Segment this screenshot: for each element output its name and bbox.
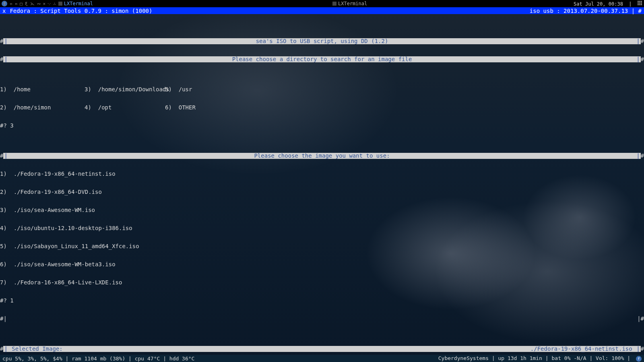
panel-icon[interactable]: ∴ [53, 1, 56, 6]
image-option: 6) ./iso/sea-Awesome-WM-beta3.iso [0, 261, 644, 267]
panel-icon[interactable]: ▫ [10, 1, 12, 6]
status-right: CyberdyneSystems | up 13d 1h 1min | bat … [438, 355, 642, 362]
image-option: 1) ./Fedora-19-x86_64-netinst.iso [0, 171, 644, 177]
banner-choose-dir: # |Please choose a directory to search f… [0, 56, 644, 62]
panel-icon[interactable]: ∾ [37, 1, 41, 6]
banner-script-title: # |sea's ISO to USB script, using DD (1.… [0, 38, 644, 44]
window-titlebar[interactable]: x Fedora : Script Tools 0.7.9 : simon (1… [0, 7, 644, 14]
terminal-icon [332, 2, 336, 6]
window-close-button[interactable]: x [2, 8, 6, 14]
panel-icon[interactable]: ⋋ [30, 1, 35, 6]
window-title-right: iso usb : 2013.07.20-00.37.13 | # [530, 8, 642, 14]
hash-row: # || # [0, 316, 644, 322]
fedora-tray-icon[interactable]: f [636, 356, 642, 362]
wm-top-panel: f ▫ ▫ □ ξ ⋋ ∾ × ⸪ ∴ LXTerminal LXTermina… [0, 0, 644, 7]
status-left: cpu 5%, 3%, 5%, $4% | ram 1104 mb (38%) … [2, 356, 194, 362]
terminal-output[interactable]: # |sea's ISO to USB script, using DD (1.… [0, 14, 644, 355]
taskbar-item-label: LXTerminal [338, 1, 367, 6]
image-option: 4) ./iso/ubuntu-12.10-desktop-i386.iso [0, 225, 644, 231]
image-option: 3) ./iso/sea-Awesome-WM.iso [0, 207, 644, 213]
wm-bottom-panel: cpu 5%, 3%, 5%, $4% | ram 1104 mb (38%) … [0, 355, 644, 362]
panel-icon[interactable]: □ [20, 1, 23, 6]
taskbar-item-label: LXTerminal [64, 1, 93, 6]
prompt-answer: #? 1 [0, 298, 644, 304]
fedora-menu-icon[interactable]: f [2, 1, 7, 6]
workspaces-icon[interactable] [638, 1, 642, 6]
terminal-icon [58, 2, 62, 6]
panel-icon[interactable]: × [43, 1, 46, 6]
taskbar-item[interactable]: LXTerminal [332, 1, 367, 6]
dir-option-row: 2) /home/simon4) /opt6) OTHER [0, 105, 644, 111]
image-option: 5) ./iso/Sabayon_Linux_11_amd64_Xfce.iso [0, 243, 644, 249]
dir-option-row: 1) /home3) /home/simon/Downloads5) /usr [0, 86, 644, 93]
taskbar-item-active[interactable]: LXTerminal [58, 1, 93, 6]
panel-launcher-area: f ▫ ▫ □ ξ ⋋ ∾ × ⸪ ∴ [2, 1, 56, 6]
panel-icon[interactable]: ⸪ [48, 1, 51, 6]
panel-icon[interactable]: ▫ [15, 1, 18, 6]
image-option: 2) ./Fedora-19-x86_64-DVD.iso [0, 189, 644, 195]
banner-choose-image: # |Please choose the image you want to u… [0, 153, 644, 159]
panel-icon[interactable]: ξ [25, 1, 28, 6]
image-option: 7) ./Fedora-16-x86_64-Live-LXDE.iso [0, 280, 644, 286]
selected-image-row: # | Selected Image:./Fedora-19-x86_64-ne… [0, 346, 644, 352]
prompt-answer: #? 3 [0, 123, 644, 129]
window-title-left: Fedora : Script Tools 0.7.9 : simon (100… [10, 8, 152, 14]
